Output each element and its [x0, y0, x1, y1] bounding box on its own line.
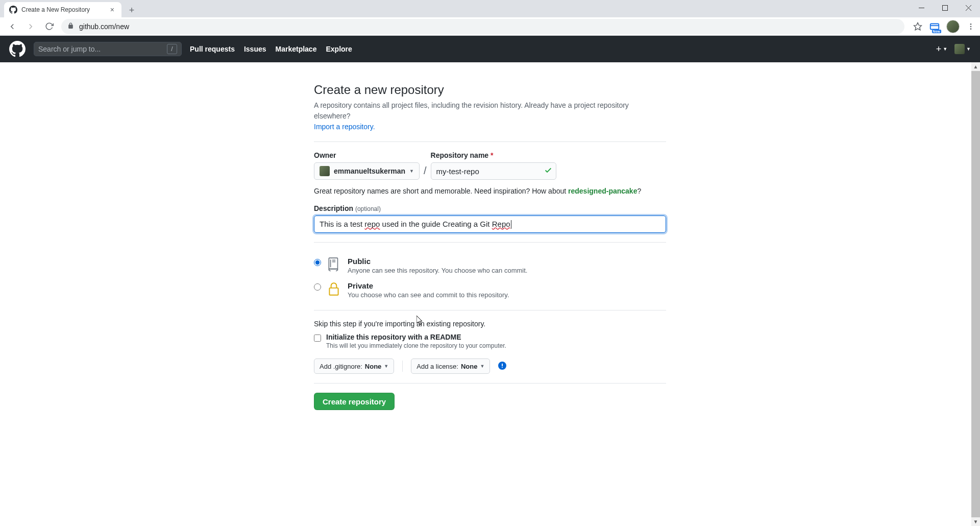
readme-title: Initialize this repository with a README — [326, 333, 506, 341]
readme-checkbox[interactable] — [314, 334, 321, 342]
github-favicon — [9, 6, 17, 14]
scroll-up-icon[interactable]: ▲ — [971, 62, 980, 71]
create-new-menu[interactable]: + ▼ — [936, 44, 947, 55]
public-title: Public — [348, 257, 527, 266]
github-logo-icon[interactable] — [9, 41, 26, 57]
svg-point-8 — [970, 26, 972, 27]
reload-button[interactable] — [41, 18, 57, 35]
svg-marker-4 — [914, 22, 922, 30]
window-close-button[interactable] — [957, 0, 980, 15]
chevron-down-icon: ▼ — [384, 364, 388, 369]
svg-point-9 — [970, 28, 972, 30]
owner-avatar — [320, 166, 330, 176]
scroll-thumb[interactable] — [971, 71, 980, 517]
readme-subtitle: This will let you immediately clone the … — [326, 342, 506, 349]
owner-name: emmanueltsukerman — [334, 167, 405, 175]
private-title: Private — [348, 281, 509, 290]
description-label: Description (optional) — [314, 204, 666, 212]
public-subtitle: Anyone can see this repository. You choo… — [348, 267, 527, 274]
private-subtitle: You choose who can see and commit to thi… — [348, 291, 509, 299]
svg-rect-5 — [930, 23, 939, 29]
info-icon[interactable] — [498, 362, 506, 371]
visibility-public-option[interactable]: Public Anyone can see this repository. Y… — [314, 252, 666, 276]
svg-point-7 — [970, 23, 972, 25]
url-input[interactable]: github.com/new — [61, 19, 904, 34]
lock-icon — [67, 22, 74, 31]
browser-tab[interactable]: Create a New Repository × — [4, 2, 121, 17]
scrollbar[interactable]: ▲ ▼ — [971, 62, 980, 526]
close-tab-icon[interactable]: × — [108, 6, 116, 14]
check-icon — [544, 166, 552, 176]
browser-menu-icon[interactable] — [966, 21, 976, 32]
repo-public-icon — [327, 257, 341, 274]
chevron-down-icon: ▼ — [480, 364, 484, 369]
divider — [402, 361, 403, 372]
new-tab-button[interactable]: + — [125, 3, 139, 17]
init-note: Skip this step if you're importing an ex… — [314, 320, 666, 328]
browser-address-bar: github.com/new New — [0, 17, 980, 36]
extension-icon[interactable]: New — [929, 21, 940, 32]
chevron-down-icon: ▼ — [943, 46, 947, 52]
owner-label: Owner — [314, 151, 420, 159]
slash-key-icon: / — [167, 44, 177, 54]
license-dropdown[interactable]: Add a license: None ▼ — [411, 358, 490, 374]
extension-badge-label: New — [932, 30, 941, 33]
url-text: github.com/new — [79, 22, 129, 31]
repo-private-icon — [327, 281, 341, 298]
visibility-private-option[interactable]: Private You choose who can see and commi… — [314, 276, 666, 301]
search-placeholder: Search or jump to... — [38, 45, 163, 53]
import-repo-link[interactable]: Import a repository. — [314, 123, 375, 131]
nav-pull-requests[interactable]: Pull requests — [190, 45, 235, 53]
search-input[interactable]: Search or jump to... / — [34, 42, 182, 56]
public-radio[interactable] — [314, 259, 321, 266]
svg-rect-14 — [329, 288, 338, 295]
path-separator: / — [424, 165, 427, 180]
github-header: Search or jump to... / Pull requests Iss… — [0, 36, 980, 62]
description-input[interactable]: This is a test repo used in the guide Cr… — [314, 216, 666, 233]
forward-button[interactable] — [22, 18, 39, 35]
window-maximize-button[interactable] — [933, 0, 957, 15]
browser-tab-bar: Create a New Repository × + — [0, 0, 980, 17]
window-minimize-button[interactable] — [910, 0, 933, 15]
page-subtitle: A repository contains all project files,… — [314, 100, 666, 132]
repo-name-label: Repository name * — [431, 151, 556, 159]
chevron-down-icon: ▼ — [409, 169, 414, 174]
chevron-down-icon: ▼ — [966, 46, 971, 52]
nav-issues[interactable]: Issues — [244, 45, 266, 53]
gitignore-dropdown[interactable]: Add .gitignore: None ▼ — [314, 358, 394, 374]
back-button[interactable] — [4, 18, 20, 35]
nav-explore[interactable]: Explore — [326, 45, 352, 53]
plus-icon: + — [936, 44, 942, 55]
user-avatar — [954, 44, 965, 54]
private-radio[interactable] — [314, 283, 321, 291]
repo-name-input[interactable] — [431, 162, 556, 180]
nav-marketplace[interactable]: Marketplace — [276, 45, 317, 53]
suggested-name-link[interactable]: redesigned-pancake — [568, 187, 637, 195]
readme-checkbox-row[interactable]: Initialize this repository with a README… — [314, 333, 666, 349]
owner-select[interactable]: emmanueltsukerman ▼ — [314, 162, 420, 180]
scroll-down-icon[interactable]: ▼ — [971, 517, 980, 526]
browser-profile-avatar[interactable] — [946, 20, 960, 33]
svg-rect-1 — [942, 5, 947, 10]
user-menu[interactable]: ▼ — [954, 44, 971, 54]
bookmark-star-icon[interactable] — [913, 21, 923, 32]
page-title: Create a new repository — [314, 83, 666, 97]
create-repository-button[interactable]: Create repository — [314, 393, 395, 410]
tab-title: Create a New Repository — [21, 6, 104, 13]
repo-name-hint: Great repository names are short and mem… — [314, 187, 666, 195]
